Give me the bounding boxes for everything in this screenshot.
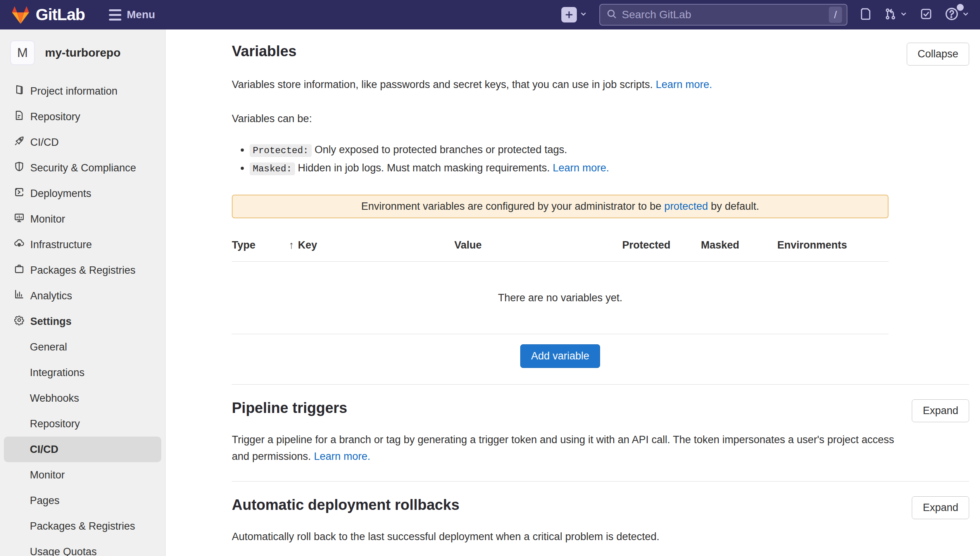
rocket-icon xyxy=(14,136,24,149)
monitor-icon xyxy=(14,212,24,226)
sidebar-subitem-monitor[interactable]: Monitor xyxy=(0,462,165,488)
admin-protected-banner: Environment variables are configured by … xyxy=(232,195,889,218)
sidebar-project-link[interactable]: M my-turborepo xyxy=(0,40,165,68)
slash-shortcut-badge: / xyxy=(829,7,842,23)
book-icon xyxy=(14,85,24,98)
package-icon xyxy=(14,264,24,277)
pipeline-triggers-expand-button[interactable]: Expand xyxy=(912,399,969,422)
banner-protected-link[interactable]: protected xyxy=(664,200,708,212)
variables-can-be-label: Variables can be: xyxy=(232,111,969,127)
variables-section: Variables Collapse Variables store infor… xyxy=(232,43,969,384)
variables-table: Type ↑ Key Value Protected Masked Enviro… xyxy=(232,239,889,384)
issues-icon xyxy=(859,7,872,22)
variables-learn-more-link[interactable]: Learn more. xyxy=(656,79,713,90)
settings-content: Variables Collapse Variables store infor… xyxy=(166,29,980,556)
search-input[interactable] xyxy=(622,9,824,21)
chart-icon xyxy=(14,289,24,302)
sidebar-item-monitor[interactable]: Monitor xyxy=(0,206,165,232)
sidebar-subitem-pages[interactable]: Pages xyxy=(0,488,165,513)
variables-title: Variables xyxy=(232,43,297,60)
triggers-learn-more-link[interactable]: Learn more. xyxy=(314,451,371,462)
column-header-value: Value xyxy=(454,239,622,251)
project-sidebar: M my-turborepo Project information Repos… xyxy=(0,29,166,556)
masked-bullet: Masked: Hidden in job logs. Must match m… xyxy=(250,159,969,178)
notification-dot xyxy=(957,4,964,11)
column-header-protected: Protected xyxy=(622,239,701,251)
rollbacks-expand-button[interactable]: Expand xyxy=(912,496,969,519)
sidebar-item-analytics[interactable]: Analytics xyxy=(0,283,165,309)
shield-icon xyxy=(14,161,24,174)
plus-icon xyxy=(561,7,577,22)
sidebar-subitem-webhooks[interactable]: Webhooks xyxy=(0,385,165,411)
sidebar-subitem-general[interactable]: General xyxy=(0,334,165,360)
merge-requests-button[interactable] xyxy=(884,7,908,22)
sort-ascending-icon: ↑ xyxy=(289,239,294,251)
add-variable-button[interactable]: Add variable xyxy=(520,344,600,368)
column-header-type: Type xyxy=(232,239,289,251)
masked-learn-more-link[interactable]: Learn more. xyxy=(553,162,609,174)
sidebar-subitem-cicd-active[interactable]: CI/CD xyxy=(4,437,161,462)
gitlab-wordmark: GitLab xyxy=(36,5,85,24)
column-header-masked: Masked xyxy=(701,239,777,251)
variables-table-header: Type ↑ Key Value Protected Masked Enviro… xyxy=(232,239,889,262)
new-menu-button[interactable] xyxy=(561,7,588,22)
pipeline-triggers-section: Pipeline triggers Expand Trigger a pipel… xyxy=(232,385,969,481)
masked-badge: Masked: xyxy=(250,162,295,175)
sidebar-subitem-repository[interactable]: Repository xyxy=(0,411,165,437)
pipeline-triggers-description: Trigger a pipeline for a branch or tag b… xyxy=(232,432,899,465)
column-header-key-sort[interactable]: ↑ Key xyxy=(289,239,454,251)
todos-button[interactable] xyxy=(920,7,933,22)
project-avatar: M xyxy=(10,40,35,65)
gitlab-tanuki-icon xyxy=(10,5,31,24)
help-menu-button[interactable] xyxy=(944,7,970,23)
deployments-icon xyxy=(14,187,24,200)
pipeline-triggers-title: Pipeline triggers xyxy=(232,399,347,417)
variables-bullet-list: Protected: Only exposed to protected bra… xyxy=(232,141,969,178)
sidebar-item-packages-registries[interactable]: Packages & Registries xyxy=(0,257,165,283)
sidebar-item-deployments[interactable]: Deployments xyxy=(0,181,165,206)
gitlab-home-link[interactable]: GitLab xyxy=(10,5,85,24)
gear-icon xyxy=(14,315,24,328)
sidebar-item-security-compliance[interactable]: Security & Compliance xyxy=(0,155,165,181)
column-header-environments: Environments xyxy=(777,239,889,251)
sidebar-subitem-packages-registries[interactable]: Packages & Registries xyxy=(0,513,165,539)
sidebar-subitem-integrations[interactable]: Integrations xyxy=(0,360,165,385)
cloud-gear-icon xyxy=(14,238,24,251)
sidebar-item-project-information[interactable]: Project information xyxy=(0,78,165,104)
empty-state-text: There are no variables yet. xyxy=(232,262,889,334)
merge-request-icon xyxy=(884,7,897,22)
sidebar-subitem-usage-quotas[interactable]: Usage Quotas xyxy=(0,539,165,556)
search-icon xyxy=(606,9,617,21)
sidebar-item-cicd[interactable]: CI/CD xyxy=(0,130,165,155)
chevron-down-icon xyxy=(579,10,588,20)
sidebar-item-settings[interactable]: Settings xyxy=(0,309,165,334)
chevron-down-icon xyxy=(899,10,908,20)
variables-description: Variables store information, like passwo… xyxy=(232,76,969,93)
sidebar-nav: Project information Repository CI/CD Sec… xyxy=(0,78,165,556)
top-bar: GitLab Menu / xyxy=(0,0,980,29)
rollbacks-description: Automatically roll back to the last succ… xyxy=(232,528,899,545)
issues-button[interactable] xyxy=(859,7,872,22)
search-bar[interactable]: / xyxy=(599,4,847,26)
rollbacks-title: Automatic deployment rollbacks xyxy=(232,496,459,514)
hamburger-icon xyxy=(109,9,121,21)
todo-check-icon xyxy=(920,7,933,22)
collapse-button[interactable]: Collapse xyxy=(907,43,969,66)
sidebar-item-infrastructure[interactable]: Infrastructure xyxy=(0,232,165,257)
rollbacks-section: Automatic deployment rollbacks Expand Au… xyxy=(232,482,969,556)
protected-bullet: Protected: Only exposed to protected bra… xyxy=(250,141,969,159)
chevron-down-icon xyxy=(961,10,970,20)
menu-button[interactable]: Menu xyxy=(109,9,155,21)
project-name: my-turborepo xyxy=(45,46,121,59)
topbar-actions: / xyxy=(561,4,970,26)
protected-badge: Protected: xyxy=(250,144,312,157)
document-icon xyxy=(14,110,24,123)
sidebar-item-repository[interactable]: Repository xyxy=(0,104,165,130)
